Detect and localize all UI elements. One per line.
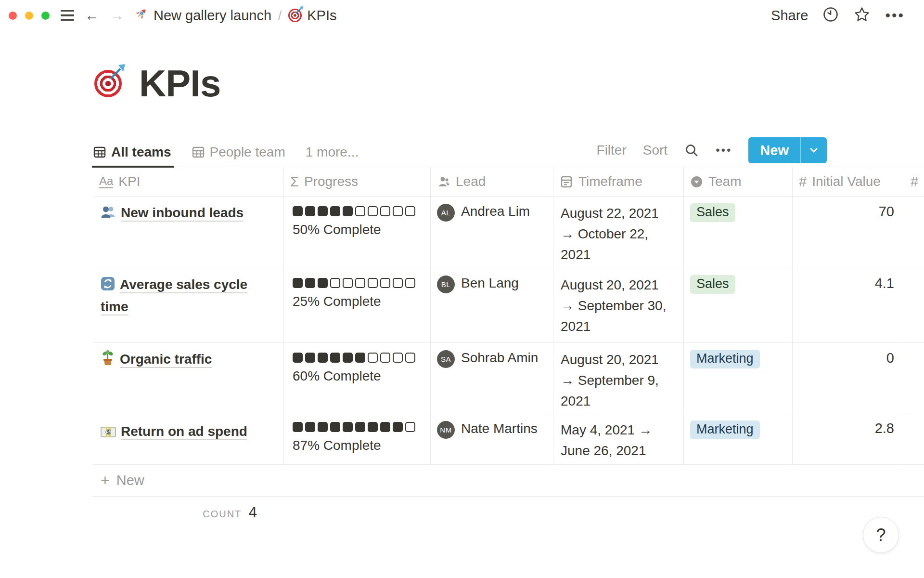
target-icon [288,9,302,22]
view-options-icon[interactable]: ••• [716,144,732,157]
table-row-kpi[interactable]: Organic traffic [93,343,284,415]
close-window-button[interactable] [9,12,17,20]
count-value: 4 [249,504,257,521]
progress-square [343,353,353,363]
table-row-team[interactable]: Sales [684,268,793,343]
table-row-initial-value[interactable]: 0 [793,343,904,415]
table-row-timeframe[interactable]: May 4, 2021 →June 26, 2021 [553,415,684,465]
column-header-lead[interactable]: Lead [431,167,553,197]
timeframe-line: August 20, 2021 [561,349,677,370]
column-header-progress[interactable]: Σ Progress [284,167,431,197]
column-header-team[interactable]: Team [684,167,793,197]
avatar: AL [437,204,455,222]
person-property-icon [437,175,450,188]
table-row-lead[interactable]: BL Ben Lang [431,268,553,343]
avatar: SA [437,350,455,368]
page-title[interactable]: KPIs [139,62,220,105]
updates-clock-icon[interactable] [822,6,839,25]
share-button[interactable]: Share [771,8,808,24]
table-row-lead[interactable]: SA Sohrab Amin [431,343,553,415]
number-property-icon: # [911,174,918,190]
new-button-label[interactable]: New [748,137,800,163]
new-dropdown-chevron-icon[interactable] [800,137,827,163]
sort-button[interactable]: Sort [643,143,667,158]
calendar-property-icon [560,175,573,188]
kpi-page-link: New inbound leads [121,205,244,222]
tab-people-team[interactable]: People team [192,137,285,167]
progress-square [393,206,403,216]
favorite-star-icon[interactable] [853,6,871,25]
question-mark-icon: ? [876,525,886,545]
table-row-kpi[interactable]: $ Return on ad spend [93,415,284,465]
progress-square [343,422,353,432]
table-row-team[interactable]: Marketing [684,343,793,415]
table-row-progress: 25% Complete [284,268,431,343]
column-header-kpi[interactable]: Aa KPI [93,167,284,197]
table-row-partial-cell[interactable] [904,415,924,465]
column-header-initial-value[interactable]: # Initial Value [793,167,904,197]
forward-icon[interactable]: → [110,8,124,23]
breadcrumb-parent[interactable]: New gallery launch [154,8,271,24]
view-bar: All teams People team 1 more... Filter S… [93,138,924,167]
zoom-window-button[interactable] [41,12,50,20]
table-row-lead[interactable]: NM Nate Martins [431,415,553,465]
progress-square [393,422,403,432]
back-icon[interactable]: ← [85,8,99,23]
table-row-timeframe[interactable]: August 20, 2021→ September 30,2021 [553,268,684,343]
lead-name: Andrea Lim [461,204,530,219]
progress-square [405,422,415,432]
table-row-team[interactable]: Marketing [684,415,793,465]
progress-square [380,206,390,216]
sidebar-menu-icon[interactable] [61,10,74,21]
progress-square [293,278,303,288]
table-row-initial-value[interactable]: 4.1 [793,268,904,343]
plus-icon: + [101,472,110,489]
number-property-icon: # [799,174,807,190]
help-button[interactable]: ? [863,517,899,553]
progress-square [343,206,353,216]
timeframe-line: → October 22, [561,223,677,244]
minimize-window-button[interactable] [25,12,33,20]
progress-square [343,278,353,288]
add-new-row-button[interactable]: + New [93,465,924,497]
progress-square [355,278,365,288]
dollar-banknote-emoji-icon: $ [101,423,116,444]
column-header-timeframe[interactable]: Timeframe [553,167,684,197]
progress-square [305,353,315,363]
table-row-team[interactable]: Sales [684,197,793,268]
table-row-initial-value[interactable]: 70 [793,197,904,268]
team-tag: Sales [690,203,735,222]
progress-square [318,422,328,432]
select-property-icon [690,175,703,188]
progress-label: 25% Complete [293,294,424,309]
tab-label: All teams [111,144,171,160]
new-button[interactable]: New [748,137,827,163]
table-row-partial-cell[interactable] [904,343,924,415]
table-row-initial-value[interactable]: 2.8 [793,415,904,465]
table-footer-count[interactable]: COUNT 4 [93,504,284,521]
progress-square [318,206,328,216]
timeframe-line: May 4, 2021 → [561,420,677,440]
table-row-timeframe[interactable]: August 22, 2021→ October 22,2021 [553,197,684,268]
breadcrumb-current[interactable]: KPIs [307,8,336,24]
more-options-icon[interactable]: ••• [885,7,905,24]
progress-square [393,278,403,288]
table-row-partial-cell[interactable] [904,197,924,268]
filter-button[interactable]: Filter [597,143,627,158]
more-views-link[interactable]: 1 more... [306,144,359,160]
table-row-kpi[interactable]: New inbound leads [93,197,284,268]
lead-name: Sohrab Amin [461,350,538,366]
kpi-page-link: Return on ad spend [121,424,247,440]
column-header-partial[interactable]: # [904,167,924,197]
lead-name: Ben Lang [461,276,519,291]
table-row-timeframe[interactable]: August 20, 2021→ September 9,2021 [553,343,684,415]
progress-square [330,422,340,432]
table-row-partial-cell[interactable] [904,268,924,343]
search-icon[interactable] [684,143,699,158]
table-row-lead[interactable]: AL Andrea Lim [431,197,553,268]
tab-all-teams[interactable]: All teams [93,137,171,167]
progress-square [293,353,303,363]
timeframe-line: June 26, 2021 [561,440,677,461]
progress-bar [293,353,424,363]
table-row-kpi[interactable]: Average sales cycle time [93,268,284,343]
